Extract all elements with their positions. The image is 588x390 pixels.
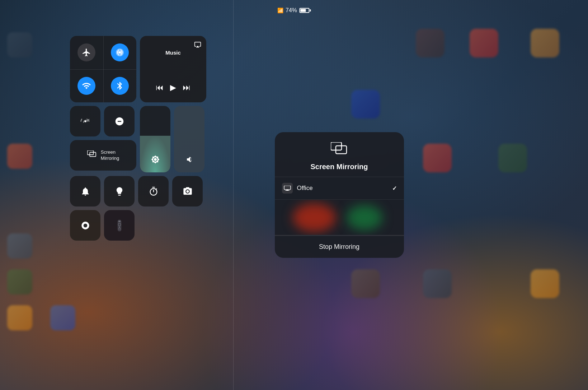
connectivity-tile[interactable] (70, 36, 136, 102)
music-title: Music (146, 50, 200, 56)
stop-mirroring-button[interactable]: Stop Mirroring (275, 236, 404, 258)
apple-tv-remote-button[interactable] (104, 210, 135, 241)
camera-button[interactable] (172, 176, 203, 206)
top-row: Music ⏮ ▶ ⏭ (70, 36, 210, 102)
mirroring-title: Screen Mirroring (310, 163, 368, 171)
volume-slider[interactable] (174, 106, 204, 172)
airdrop-button[interactable] (103, 36, 137, 69)
svg-rect-14 (284, 186, 291, 190)
airplane-icon (77, 43, 95, 61)
svg-rect-2 (87, 150, 93, 155)
row-2a (70, 106, 136, 136)
svg-rect-7 (118, 220, 121, 222)
screen-mirroring-panel: Screen Mirroring Office ✓ Stop Mirroring (275, 132, 404, 258)
utility-row (70, 176, 210, 206)
mirroring-header: Screen Mirroring (275, 132, 404, 177)
airplane-mode-button[interactable] (70, 36, 103, 69)
battery-icon (299, 8, 311, 13)
play-pause-button[interactable]: ▶ (170, 83, 176, 92)
timer-button[interactable] (138, 176, 169, 206)
color-patch-green (347, 205, 382, 230)
bluetooth-button[interactable] (103, 69, 137, 103)
apple-tv-icon (282, 183, 293, 194)
svg-point-9 (119, 227, 120, 228)
control-center: Music ⏮ ▶ ⏭ (70, 36, 210, 241)
airplay-music-icon[interactable] (194, 41, 201, 50)
second-row: ScreenMirroring (70, 106, 210, 172)
music-tile[interactable]: Music ⏮ ▶ ⏭ (140, 36, 206, 102)
device-row-office[interactable]: Office ✓ (275, 177, 404, 199)
device-name-office: Office (297, 185, 388, 192)
svg-rect-16 (285, 190, 290, 191)
brightness-icon (151, 155, 160, 166)
flashlight-button[interactable] (104, 176, 135, 206)
panel-divider (233, 0, 234, 390)
svg-point-5 (83, 223, 87, 227)
battery-percentage: 74% (286, 7, 297, 14)
selected-checkmark: ✓ (392, 185, 397, 192)
svg-point-1 (84, 120, 86, 122)
svg-rect-15 (286, 190, 288, 190)
do-not-disturb-button[interactable] (104, 106, 135, 136)
mirrored-content-preview (275, 199, 404, 235)
wifi-status-icon: 📶 (277, 8, 283, 13)
mirroring-panel-icon (331, 142, 348, 159)
left-col: ScreenMirroring (70, 106, 136, 172)
screen-record-button[interactable] (70, 210, 100, 241)
airdrop-icon (111, 43, 129, 61)
svg-rect-11 (119, 228, 121, 229)
screen-mirror-label: ScreenMirroring (101, 149, 119, 162)
focus-button[interactable] (70, 176, 100, 206)
status-bar: 📶 74% (277, 7, 311, 14)
music-controls: ⏮ ▶ ⏭ (146, 83, 200, 92)
volume-icon (185, 155, 194, 166)
screen-mirroring-button[interactable]: ScreenMirroring (70, 140, 136, 171)
next-track-button[interactable]: ⏭ (183, 83, 190, 92)
svg-rect-10 (118, 228, 119, 229)
bluetooth-icon (111, 77, 129, 95)
mirroring-devices: Office ✓ (275, 177, 404, 236)
prev-track-button[interactable]: ⏮ (156, 83, 164, 92)
rotation-lock-button[interactable] (70, 106, 100, 136)
brightness-slider[interactable] (140, 106, 170, 172)
screen-mirror-icon (87, 150, 97, 161)
bottom-row (70, 210, 210, 241)
wifi-icon (77, 77, 95, 95)
wifi-button[interactable] (70, 69, 103, 103)
color-patch-red (293, 203, 336, 232)
